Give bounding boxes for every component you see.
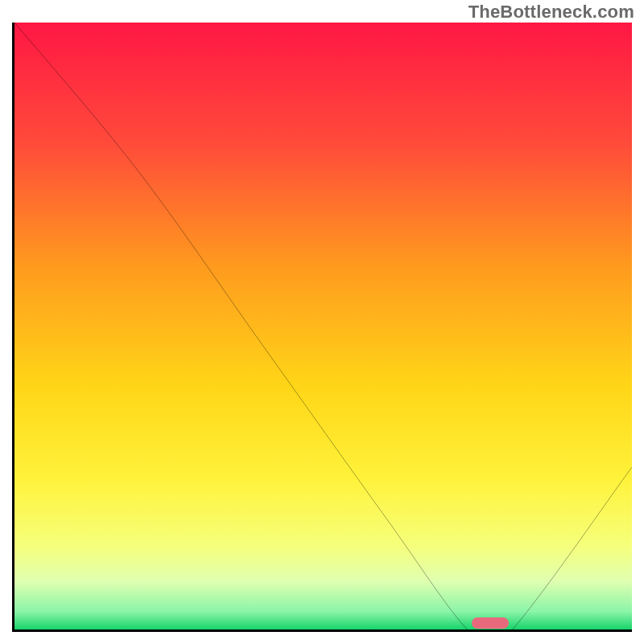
chart-container: TheBottleneck.com (0, 0, 644, 644)
curve-svg (14, 23, 632, 632)
bottleneck-curve (14, 23, 632, 632)
watermark-text: TheBottleneck.com (469, 2, 634, 23)
plot-area (12, 23, 632, 632)
optimal-range-marker (472, 617, 509, 629)
